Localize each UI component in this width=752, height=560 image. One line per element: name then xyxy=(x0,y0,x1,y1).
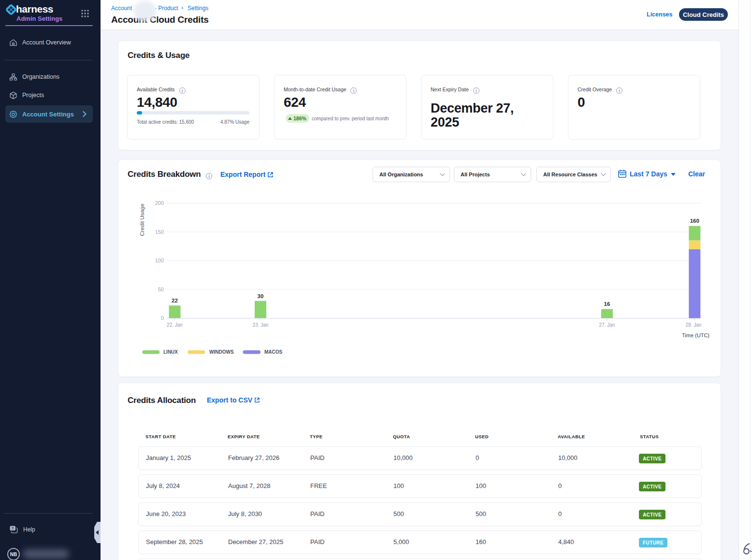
svg-text:23. Jan: 23. Jan xyxy=(253,322,269,328)
svg-text:?: ? xyxy=(12,526,14,531)
svg-text:Credit Usage: Credit Usage xyxy=(139,203,145,236)
svg-text:16: 16 xyxy=(604,301,610,307)
svg-text:160: 160 xyxy=(690,218,699,224)
svg-text:22. Jan: 22. Jan xyxy=(167,322,183,328)
svg-text:Time (UTC): Time (UTC) xyxy=(682,332,709,338)
svg-text:0: 0 xyxy=(161,315,164,321)
svg-text:27. Jan: 27. Jan xyxy=(599,322,615,328)
svg-text:30: 30 xyxy=(258,293,264,299)
svg-text:100: 100 xyxy=(155,258,164,263)
svg-text:28. Jan: 28. Jan xyxy=(686,322,702,328)
svg-text:MACOS: MACOS xyxy=(264,349,283,355)
svg-text:LINUX: LINUX xyxy=(163,349,178,355)
svg-text:50: 50 xyxy=(158,287,164,292)
svg-text:WINDOWS: WINDOWS xyxy=(209,349,234,355)
svg-text:150: 150 xyxy=(155,229,164,235)
svg-text:200: 200 xyxy=(155,200,164,206)
svg-text:22: 22 xyxy=(172,298,178,303)
